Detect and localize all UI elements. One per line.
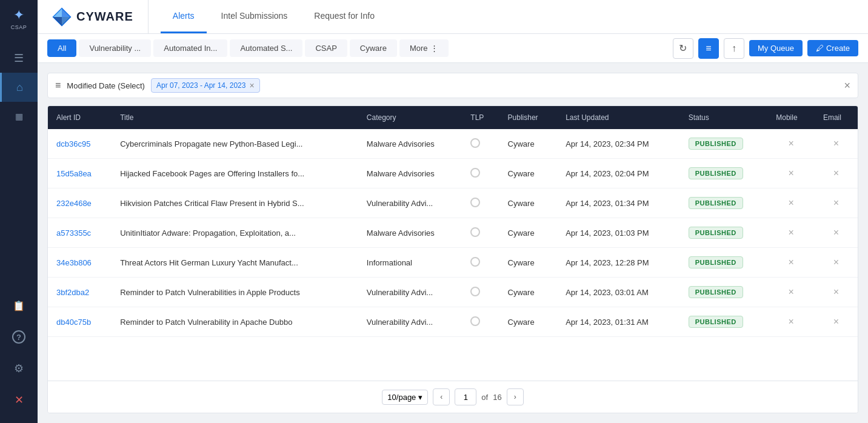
sidebar-item-home[interactable]: ⌂ xyxy=(0,73,38,102)
cell-category: Malware Advisories xyxy=(358,218,462,248)
page-number-input[interactable] xyxy=(455,388,476,405)
alert-id-link[interactable]: a573355c xyxy=(56,228,91,238)
cell-alert-id[interactable]: 3bf2dba2 xyxy=(48,278,112,307)
per-page-select[interactable]: 10/page ▾ xyxy=(382,390,428,405)
email-x-icon[interactable]: × xyxy=(833,198,839,208)
table-row: 3bf2dba2 Reminder to Patch Vulnerabiliti… xyxy=(48,278,858,307)
tab-vulnerability[interactable]: Vulnerability ... xyxy=(79,39,151,57)
cell-title: Hikvision Patches Critical Flaw Present … xyxy=(112,188,358,218)
cell-category: Vulnerability Advi... xyxy=(358,278,462,307)
cell-alert-id[interactable]: db40c75b xyxy=(48,307,112,337)
cell-alert-id[interactable]: dcb36c95 xyxy=(48,129,112,159)
next-page-button[interactable]: › xyxy=(507,388,524,405)
cell-email[interactable]: × xyxy=(815,248,858,278)
email-x-icon[interactable]: × xyxy=(833,227,839,238)
tab-all[interactable]: All xyxy=(47,39,76,57)
cell-mobile[interactable]: × xyxy=(767,159,815,188)
total-pages-label: 16 xyxy=(493,393,501,402)
email-x-icon[interactable]: × xyxy=(833,316,839,327)
email-x-icon[interactable]: × xyxy=(833,287,839,297)
logo-text: CYWARE xyxy=(76,10,133,24)
mobile-x-icon[interactable]: × xyxy=(788,198,793,208)
alert-id-link[interactable]: 34e3b806 xyxy=(56,258,92,267)
alert-id-link[interactable]: 232e468e xyxy=(56,199,92,208)
my-queue-button[interactable]: My Queue xyxy=(749,40,803,56)
nav-tab-intel-submissions[interactable]: Intel Submissions xyxy=(209,0,300,33)
create-button[interactable]: 🖊 Create xyxy=(807,40,858,56)
cell-title: Threat Actors Hit German Luxury Yacht Ma… xyxy=(112,248,358,278)
cell-alert-id[interactable]: 15d5a8ea xyxy=(48,159,112,188)
table-scroll[interactable]: Alert ID Title Category TLP Publisher La… xyxy=(48,106,858,381)
alert-id-link[interactable]: 3bf2dba2 xyxy=(56,288,89,297)
mobile-x-icon[interactable]: × xyxy=(788,316,793,327)
page-of-label: of xyxy=(481,393,488,402)
per-page-dropdown-icon: ▾ xyxy=(418,393,422,402)
cell-email[interactable]: × xyxy=(815,129,858,159)
tab-more[interactable]: More ⋮ xyxy=(399,39,449,57)
alert-id-link[interactable]: db40c75b xyxy=(56,318,91,327)
cell-email[interactable]: × xyxy=(815,278,858,307)
cell-last-updated: Apr 14, 2023, 01:03 PM xyxy=(557,218,680,248)
cell-email[interactable]: × xyxy=(815,188,858,218)
alert-id-link[interactable]: dcb36c95 xyxy=(56,139,90,148)
settings-icon: ⚙ xyxy=(14,362,24,375)
pagination-bar: 10/page ▾ ‹ of 16 › xyxy=(48,381,858,413)
prev-page-button[interactable]: ‹ xyxy=(433,388,450,405)
col-status: Status xyxy=(680,106,768,129)
cell-mobile[interactable]: × xyxy=(767,218,815,248)
sidebar-item-help[interactable]: ? xyxy=(0,322,38,351)
cell-email[interactable]: × xyxy=(815,307,858,337)
sidebar-item-menu[interactable]: ☰ xyxy=(0,44,38,73)
cell-alert-id[interactable]: 34e3b806 xyxy=(48,248,112,278)
cell-publisher: Cyware xyxy=(499,278,558,307)
filter-tag-remove[interactable]: × xyxy=(249,81,254,90)
main-content: CYWARE Alerts Intel Submissions Request … xyxy=(38,0,868,423)
alert-id-link[interactable]: 15d5a8ea xyxy=(56,169,92,178)
col-mobile: Mobile xyxy=(767,106,815,129)
csap-label: CSAP xyxy=(11,24,27,30)
tab-csap[interactable]: CSAP xyxy=(305,39,347,57)
mobile-x-icon[interactable]: × xyxy=(788,168,793,178)
mobile-x-icon[interactable]: × xyxy=(788,227,793,238)
cell-publisher: Cyware xyxy=(499,218,558,248)
sidebar-item-settings[interactable]: ⚙ xyxy=(0,354,38,383)
cell-email[interactable]: × xyxy=(815,218,858,248)
cell-alert-id[interactable]: a573355c xyxy=(48,218,112,248)
filter-label: Modified Date (Select) xyxy=(67,81,145,90)
cell-mobile[interactable]: × xyxy=(767,129,815,159)
cell-title: Hijacked Facebook Pages are Offering Ins… xyxy=(112,159,358,188)
export-button[interactable]: ↑ xyxy=(724,38,744,59)
cell-last-updated: Apr 14, 2023, 01:34 PM xyxy=(557,188,680,218)
filter-bar: ≡ Modified Date (Select) Apr 07, 2023 - … xyxy=(47,73,858,98)
cell-email[interactable]: × xyxy=(815,159,858,188)
email-x-icon[interactable]: × xyxy=(833,257,839,267)
mobile-x-icon[interactable]: × xyxy=(788,287,793,297)
cell-mobile[interactable]: × xyxy=(767,248,815,278)
nav-tab-alerts[interactable]: Alerts xyxy=(161,0,207,33)
sidebar-item-reports[interactable]: 📋 xyxy=(0,291,38,320)
sidebar-item-cyware[interactable]: ✕ xyxy=(0,385,38,415)
cell-alert-id[interactable]: 232e468e xyxy=(48,188,112,218)
col-last-updated: Last Updated xyxy=(557,106,680,129)
refresh-button[interactable]: ↻ xyxy=(673,38,693,59)
email-x-icon[interactable]: × xyxy=(833,138,839,148)
filter-close-button[interactable]: × xyxy=(844,79,850,92)
cell-mobile[interactable]: × xyxy=(767,278,815,307)
email-x-icon[interactable]: × xyxy=(833,168,839,178)
sidebar-item-dashboard[interactable]: ▦ xyxy=(0,102,38,131)
tab-automated-in[interactable]: Automated In... xyxy=(153,39,227,57)
cell-mobile[interactable]: × xyxy=(767,307,815,337)
cell-status: PUBLISHED xyxy=(680,159,768,188)
nav-tab-request-for-info[interactable]: Request for Info xyxy=(302,0,387,33)
cell-publisher: Cyware xyxy=(499,248,558,278)
cell-mobile[interactable]: × xyxy=(767,188,815,218)
col-alert-id: Alert ID xyxy=(48,106,112,129)
cell-last-updated: Apr 14, 2023, 01:31 AM xyxy=(557,307,680,337)
home-icon: ⌂ xyxy=(16,81,23,94)
list-view-button[interactable]: ≡ xyxy=(698,38,719,59)
mobile-x-icon[interactable]: × xyxy=(788,257,793,267)
tab-automated-s[interactable]: Automated S... xyxy=(230,39,302,57)
mobile-x-icon[interactable]: × xyxy=(788,138,793,148)
tab-cyware[interactable]: Cyware xyxy=(350,39,397,57)
filter-icon: ≡ xyxy=(55,80,61,91)
